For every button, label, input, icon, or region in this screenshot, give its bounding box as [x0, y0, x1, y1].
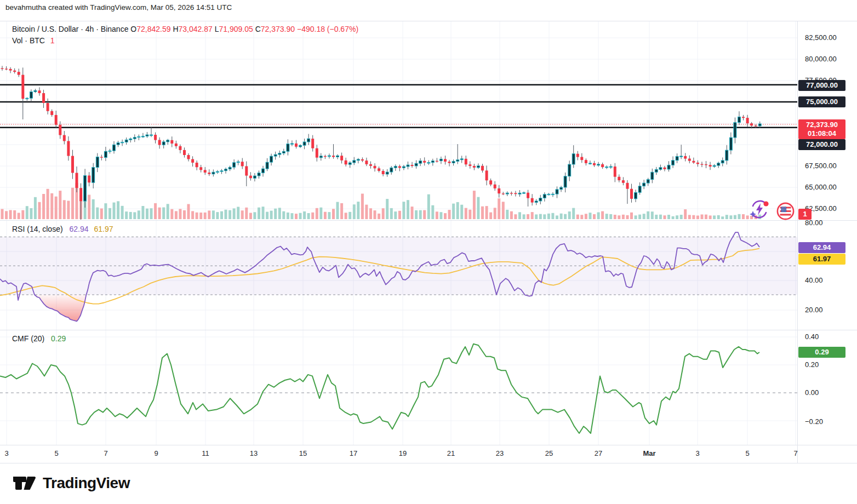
axis-label: 80.00 — [805, 219, 823, 227]
volume-legend-title[interactable]: Vol · BTC — [12, 36, 45, 45]
ohlc-value: 73,042.87 — [179, 25, 213, 33]
time-axis-bottom-border — [0, 463, 857, 463]
ohlc-key: L — [213, 25, 219, 33]
volume-value-tag: 1 — [798, 209, 812, 220]
volume-legend-value: 1 — [50, 36, 55, 45]
axis-label: 0.20 — [805, 360, 819, 369]
cmf-legend-title[interactable]: CMF (20) — [12, 334, 44, 343]
symbol-legend[interactable]: Bitcoin / U.S. Dollar · 4h · Binance O72… — [12, 25, 358, 33]
time-axis-label: 5 — [745, 449, 749, 457]
cmf-line — [0, 344, 759, 433]
tradingview-logo-mark — [12, 472, 36, 494]
rsi-legend-value: 62.94 — [69, 225, 88, 233]
candlestick-series — [1, 66, 762, 220]
volume-series — [1, 183, 762, 219]
cmf-legend[interactable]: CMF (20) 0.29 — [12, 334, 66, 343]
ohlc-key: O — [130, 25, 136, 33]
time-axis-top-border — [0, 445, 857, 445]
volume-legend[interactable]: Vol · BTC 1 — [12, 36, 55, 45]
ohlc-value: 72,373.90 — [261, 25, 295, 33]
rsi-value-tag: 62.94 — [798, 242, 845, 253]
rsi-legend[interactable]: RSI (14, close) 62.94 61.97 — [12, 225, 113, 233]
level-75000-tag: 75,000.00 — [798, 96, 845, 107]
tradingview-chart-page: bevahmutha created with TradingView.com,… — [0, 0, 857, 504]
rsi-ma-legend-value: 61.97 — [94, 225, 113, 233]
price-scale-border — [797, 21, 798, 463]
ohlc-key: C — [253, 25, 261, 33]
time-axis-label: 5 — [54, 449, 58, 457]
time-axis-label: 7 — [793, 449, 797, 457]
time-axis-label: 13 — [250, 449, 258, 457]
time-axis-label: 3 — [695, 449, 699, 457]
ohlc-value: 71,909.05 — [219, 25, 253, 33]
axis-label: 40.00 — [805, 276, 823, 285]
tradingview-logo[interactable]: TradingView — [12, 472, 130, 494]
time-axis-label: 25 — [545, 449, 553, 457]
time-axis-label: 9 — [154, 449, 158, 457]
time-axis-label: 15 — [299, 449, 307, 457]
time-axis-label: 19 — [399, 449, 407, 457]
time-axis-label: 23 — [496, 449, 504, 457]
ohlc-value: 72,842.59 — [136, 25, 170, 33]
axis-label: 82,500.00 — [805, 33, 837, 42]
time-axis-label: 21 — [447, 449, 455, 457]
rsi-legend-title[interactable]: RSI (14, close) — [12, 225, 63, 233]
ohlc-key: H — [171, 25, 179, 33]
horizontal-level-lines[interactable] — [0, 85, 797, 128]
change-value: −490.18 (−0.67%) — [295, 25, 358, 33]
ohlc-values: O72,842.59 H73,042.87 L71,909.05 C72,373… — [130, 25, 358, 33]
ai-spark-icon[interactable] — [749, 199, 770, 222]
level-77000-tag: 77,000.00 — [798, 80, 845, 91]
time-axis-label: 17 — [350, 449, 357, 457]
axis-label: −0.20 — [805, 417, 823, 426]
economic-calendar-flag-icon[interactable] — [776, 202, 795, 222]
symbol-title[interactable]: Bitcoin / U.S. Dollar · 4h · Binance — [12, 25, 128, 33]
axis-label: 67,500.00 — [805, 162, 837, 170]
last-price-tag: 72,373.9001:08:04 — [798, 119, 845, 139]
axis-label: 20.00 — [805, 306, 823, 314]
time-axis-label: 3 — [4, 449, 8, 457]
rsi-oversold-fill — [35, 295, 87, 321]
axis-label: 65,000.00 — [805, 183, 837, 192]
cmf-legend-value: 0.29 — [51, 334, 66, 343]
pane-separator-price-rsi[interactable] — [0, 220, 857, 221]
time-axis-label: 11 — [202, 449, 209, 457]
pane-separator-rsi-cmf[interactable] — [0, 330, 857, 330]
level-72000-tag: 72,000.00 — [798, 139, 845, 150]
tradingview-logo-text: TradingView — [43, 474, 130, 492]
cmf-value-tag: 0.29 — [798, 347, 845, 358]
chart-top-border — [0, 21, 857, 21]
time-axis-label: 27 — [595, 449, 602, 457]
rsi-ma-value-tag: 61.97 — [798, 254, 845, 265]
time-axis-label: 7 — [104, 449, 107, 457]
axis-label: 0.00 — [805, 388, 819, 397]
axis-label: 80,000.00 — [805, 55, 837, 64]
chart-canvas[interactable] — [0, 0, 857, 504]
axis-label: 0.40 — [805, 333, 819, 341]
time-axis-label: Mar — [643, 449, 655, 457]
